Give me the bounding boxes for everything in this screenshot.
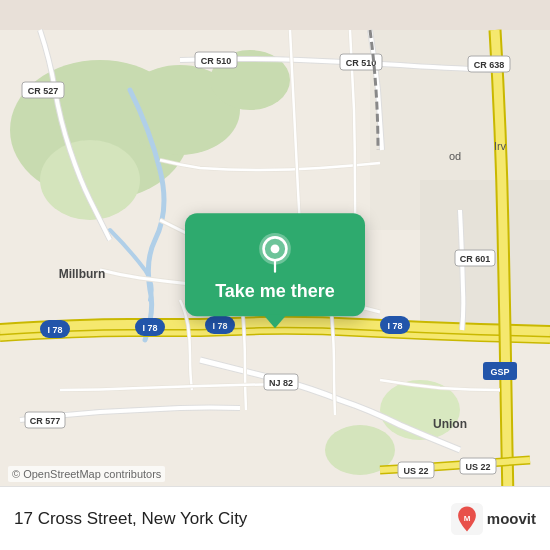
svg-text:I 78: I 78 bbox=[212, 321, 227, 331]
map-container: CR 510 CR 510 CR 638 CR 527 I 78 I 78 I … bbox=[0, 0, 550, 550]
svg-text:CR 510: CR 510 bbox=[201, 56, 232, 66]
svg-point-43 bbox=[271, 244, 280, 253]
svg-text:Millburn: Millburn bbox=[59, 267, 106, 281]
svg-text:CR 527: CR 527 bbox=[28, 86, 59, 96]
svg-text:US 22: US 22 bbox=[403, 466, 428, 476]
moovit-logo: M moovit bbox=[451, 503, 536, 535]
svg-text:CR 577: CR 577 bbox=[30, 416, 61, 426]
take-me-there-label: Take me there bbox=[215, 281, 335, 302]
svg-text:I 78: I 78 bbox=[387, 321, 402, 331]
location-pin-icon bbox=[253, 231, 297, 275]
bottom-bar: 17 Cross Street, New York City M moovit bbox=[0, 486, 550, 550]
svg-text:Irv: Irv bbox=[494, 140, 507, 152]
location-title: 17 Cross Street, New York City bbox=[14, 509, 441, 529]
take-me-there-popup[interactable]: Take me there bbox=[185, 213, 365, 316]
svg-text:CR 638: CR 638 bbox=[474, 60, 505, 70]
svg-text:Union: Union bbox=[433, 417, 467, 431]
svg-text:M: M bbox=[463, 513, 470, 522]
map-attribution: © OpenStreetMap contributors bbox=[8, 466, 165, 482]
svg-text:CR 601: CR 601 bbox=[460, 254, 491, 264]
svg-text:US 22: US 22 bbox=[465, 462, 490, 472]
svg-text:NJ 82: NJ 82 bbox=[269, 378, 293, 388]
svg-text:CR 510: CR 510 bbox=[346, 58, 377, 68]
moovit-icon: M bbox=[451, 503, 483, 535]
svg-text:GSP: GSP bbox=[490, 367, 509, 377]
svg-text:I 78: I 78 bbox=[142, 323, 157, 333]
moovit-text: moovit bbox=[487, 510, 536, 527]
svg-point-3 bbox=[40, 140, 140, 220]
svg-text:I 78: I 78 bbox=[47, 325, 62, 335]
svg-text:od: od bbox=[449, 150, 461, 162]
